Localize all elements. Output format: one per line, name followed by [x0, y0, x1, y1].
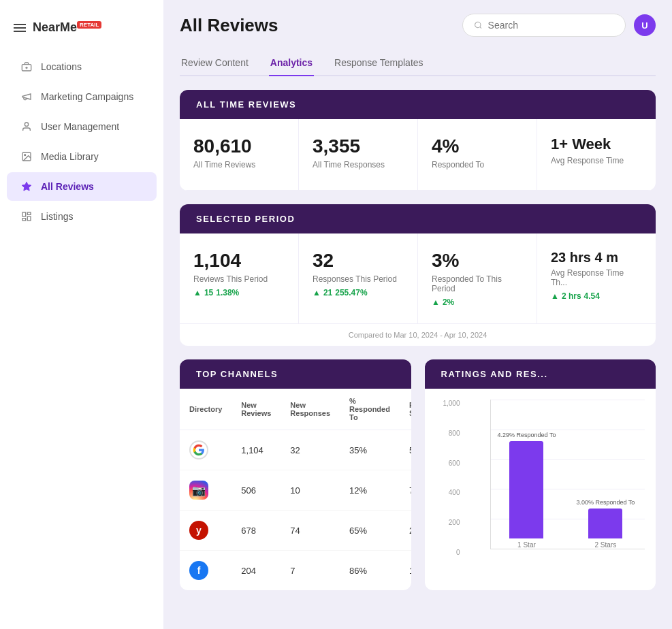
sidebar-item-marketing[interactable]: Marketing Campaigns — [7, 82, 157, 111]
svg-point-3 — [25, 123, 28, 126]
stat-value: 80,610 — [193, 135, 252, 157]
cell-synced: 506 — [400, 430, 411, 470]
svg-rect-8 — [27, 212, 31, 214]
sidebar-item-label: Marketing Campaigns — [41, 91, 133, 102]
sidebar-item-media[interactable]: Media Library — [7, 142, 157, 171]
tab-review-content[interactable]: Review Content — [180, 50, 250, 75]
cell-new-responses: 10 — [281, 470, 340, 511]
stat-reviews-period: 1,104 Reviews This Period ▲ 15 1.38% — [180, 233, 299, 323]
stat-avg-response-period: 23 hrs 4 m Avg Response Time Th... ▲ 2 h… — [537, 233, 656, 323]
star-icon — [20, 180, 33, 193]
stat-change: ▲ 2% — [432, 297, 454, 307]
selected-period-section: SELECTED PERIOD 1,104 Reviews This Perio… — [180, 204, 656, 346]
cell-synced: 726 — [400, 470, 411, 511]
stat-all-time-reviews: 80,610 All Time Reviews — [180, 119, 299, 190]
sidebar-item-label: All Reviews — [41, 181, 94, 192]
sidebar-nav: Locations Marketing Campaigns User Manag… — [0, 51, 163, 232]
sidebar-item-label: Media Library — [41, 151, 99, 162]
tab-response-templates[interactable]: Response Templates — [333, 50, 424, 75]
stat-value: 32 — [313, 250, 334, 272]
col-responded-pct: % Responded To — [340, 389, 400, 430]
bar-label: 1 Star — [517, 541, 536, 549]
channel-icon: y — [180, 511, 231, 551]
stat-label: All Time Responses — [313, 160, 385, 170]
cell-responded-pct: 35% — [340, 430, 400, 470]
up-arrow-icon: ▲ — [551, 291, 559, 301]
list-icon — [20, 210, 33, 223]
bar — [509, 441, 543, 538]
store-icon — [20, 61, 33, 73]
sidebar: NearMeRETAIL Locations Marketing Campaig… — [0, 0, 163, 629]
y-label: 0 — [456, 549, 460, 556]
cell-new-reviews: 678 — [231, 511, 281, 551]
main-content: All Reviews U Review Content Analytics R… — [163, 0, 672, 629]
stat-label: Avg Response Time Th... — [551, 268, 642, 287]
y-label: 1,000 — [443, 400, 460, 407]
bar-group: 3.00% Responded To 2 Stars — [576, 499, 635, 549]
top-channels-section: TOP CHANNELS Directory New Reviews New R… — [180, 359, 411, 590]
person-icon — [20, 120, 33, 133]
sidebar-item-label: Locations — [41, 61, 82, 72]
all-time-header: ALL TIME REVIEWS — [180, 90, 656, 119]
y-label: 800 — [449, 430, 460, 437]
table-row: f 204 7 86% 109 3.96 ★ — [180, 551, 411, 591]
cell-responded-pct: 86% — [340, 551, 400, 591]
tabs-bar: Review Content Analytics Response Templa… — [180, 50, 656, 76]
all-time-section: ALL TIME REVIEWS 80,610 All Time Reviews… — [180, 90, 656, 191]
col-reviews-synced: Reviews Synced — [400, 389, 411, 430]
stat-change: ▲ 21 255.47% — [313, 288, 368, 297]
stat-value: 23 hrs 4 m — [551, 250, 618, 265]
sidebar-item-locations[interactable]: Locations — [7, 52, 157, 81]
bar-label: 2 Stars — [595, 541, 617, 549]
svg-line-12 — [480, 27, 481, 28]
search-bar[interactable] — [462, 14, 626, 37]
bar-group: 4.29% Responded To 1 Star — [498, 432, 556, 549]
selected-period-stats-row: 1,104 Reviews This Period ▲ 15 1.38% 32 … — [180, 233, 656, 324]
stat-label: Responded To This Period — [432, 274, 523, 293]
bottom-grid: TOP CHANNELS Directory New Reviews New R… — [180, 359, 656, 590]
channel-icon — [180, 430, 231, 470]
selected-period-header: SELECTED PERIOD — [180, 204, 656, 233]
bar-annotation: 3.00% Responded To — [576, 499, 635, 506]
hamburger-icon[interactable] — [14, 24, 26, 32]
top-channels-header: TOP CHANNELS — [180, 359, 411, 389]
cell-new-responses: 32 — [281, 430, 340, 470]
sidebar-item-users[interactable]: User Management — [7, 112, 157, 141]
table-row: y 678 74 65% 265 4.96 ★ — [180, 511, 411, 551]
stat-label: All Time Reviews — [193, 160, 255, 170]
bar-annotation: 4.29% Responded To — [498, 432, 556, 438]
up-arrow-icon: ▲ — [432, 297, 440, 307]
search-input[interactable] — [488, 20, 614, 31]
col-new-reviews: New Reviews — [231, 389, 281, 430]
tab-analytics[interactable]: Analytics — [269, 50, 314, 75]
sidebar-item-label: Listings — [41, 211, 73, 222]
table-row: 📷 506 10 12% 726 4.78 ★ — [180, 470, 411, 511]
cell-responded-pct: 65% — [340, 511, 400, 551]
cell-new-reviews: 1,104 — [231, 430, 281, 470]
up-arrow-icon: ▲ — [313, 288, 321, 297]
sidebar-item-label: User Management — [41, 121, 119, 132]
up-arrow-icon: ▲ — [193, 288, 202, 297]
stat-value: 4% — [432, 135, 459, 157]
cell-new-responses: 74 — [281, 511, 340, 551]
logo-area: NearMeRETAIL — [0, 14, 163, 51]
stat-responses-period: 32 Responses This Period ▲ 21 255.47% — [299, 233, 418, 323]
logo-text: NearMeRETAIL — [33, 20, 101, 35]
sidebar-item-listings[interactable]: Listings — [7, 202, 157, 231]
svg-rect-7 — [22, 212, 26, 216]
stat-value: 1,104 — [193, 250, 241, 272]
ratings-section: RATINGS AND RES... 1,000 800 600 400 200… — [425, 359, 656, 590]
svg-point-11 — [475, 22, 481, 27]
sidebar-item-reviews[interactable]: All Reviews — [7, 172, 157, 201]
top-bar: All Reviews U — [180, 14, 656, 37]
chart-area: 1,000 800 600 400 200 0 — [425, 389, 656, 579]
channel-icon: f — [180, 551, 231, 591]
stat-label: Responded To — [432, 160, 484, 170]
all-time-stats-row: 80,610 All Time Reviews 3,355 All Time R… — [180, 119, 656, 191]
cell-synced: 109 — [400, 551, 411, 591]
channel-table: Directory New Reviews New Responses % Re… — [180, 389, 411, 590]
cell-new-reviews: 506 — [231, 470, 281, 511]
avatar[interactable]: U — [634, 14, 656, 36]
svg-marker-6 — [22, 182, 31, 191]
stat-responded-to: 4% Responded To — [418, 119, 537, 190]
